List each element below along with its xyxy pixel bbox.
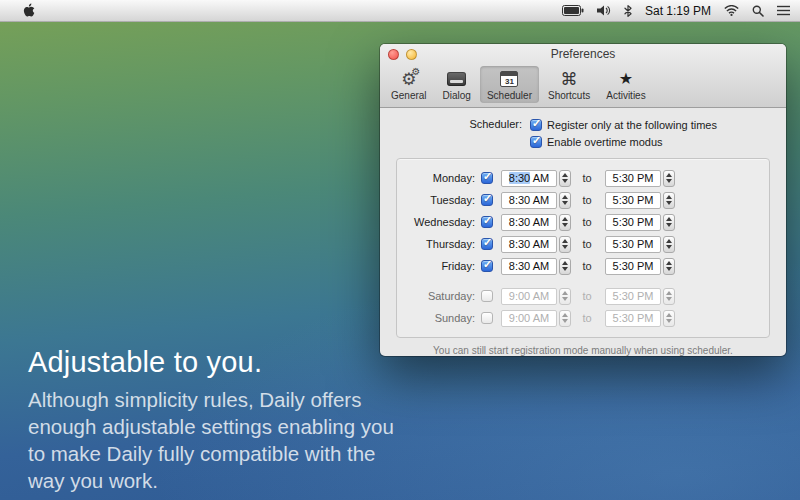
option-row-register-times: Register only at the following times — [530, 116, 717, 133]
register-times-checkbox[interactable] — [530, 119, 542, 131]
hero-text: Adjustable to you. Although simplicity r… — [28, 346, 394, 494]
to-label: to — [579, 238, 595, 250]
start-time-field[interactable]: 8:30 AM — [501, 192, 557, 209]
minimize-button[interactable] — [406, 49, 417, 60]
menu-bar-clock[interactable]: Sat 1:19 PM — [645, 4, 711, 18]
day-checkbox[interactable] — [481, 260, 493, 272]
traffic-lights — [388, 49, 417, 60]
calendar-icon: 31 — [500, 69, 518, 89]
selected-text: 8:30 — [509, 172, 530, 184]
start-time-field[interactable]: 9:00 AM — [501, 310, 557, 327]
time-stepper[interactable] — [663, 310, 675, 327]
time-suffix: AM — [530, 172, 549, 184]
day-label: Friday: — [407, 260, 481, 272]
day-label: Thursday: — [407, 238, 481, 250]
tab-scheduler[interactable]: 31 Scheduler — [480, 66, 539, 103]
to-label: to — [579, 194, 595, 206]
notification-center-icon[interactable] — [777, 5, 790, 16]
end-time-field[interactable]: 5:30 PM — [605, 258, 661, 275]
schedule-group-box: Monday: 8:30 AM to 5:30 PM Tuesday: 8:30… — [396, 158, 770, 338]
scheduler-label: Scheduler: — [396, 116, 530, 150]
day-checkbox[interactable] — [481, 290, 493, 302]
tab-dialog[interactable]: Dialog — [436, 66, 478, 103]
menu-bar: Sat 1:19 PM — [0, 0, 800, 22]
tab-label: Shortcuts — [548, 90, 590, 101]
window-chrome: Preferences ⚙⚙ General Dialog 31 Schedul… — [380, 44, 786, 108]
tab-shortcuts[interactable]: ⌘ Shortcuts — [541, 66, 597, 103]
day-label: Wednesday: — [407, 216, 481, 228]
scheduler-pane: Scheduler: Register only at the followin… — [380, 108, 786, 356]
volume-icon[interactable] — [597, 5, 611, 16]
time-stepper[interactable] — [559, 288, 571, 305]
start-time-field[interactable]: 8:30 AM — [501, 236, 557, 253]
day-checkbox[interactable] — [481, 238, 493, 250]
to-label: to — [579, 312, 595, 324]
footer-note: You can still start registration mode ma… — [396, 345, 770, 356]
hero-body: Although simplicity rules, Daily offers … — [28, 386, 394, 494]
gears-icon: ⚙⚙ — [401, 69, 416, 89]
day-row-thursday: Thursday: 8:30 AM to 5:30 PM — [407, 233, 759, 255]
time-stepper[interactable] — [663, 288, 675, 305]
tab-label: Dialog — [443, 90, 471, 101]
day-row-tuesday: Tuesday: 8:30 AM to 5:30 PM — [407, 189, 759, 211]
day-checkbox[interactable] — [481, 312, 493, 324]
day-checkbox[interactable] — [481, 216, 493, 228]
start-time-field[interactable]: 8:30 AM — [501, 258, 557, 275]
day-label: Tuesday: — [407, 194, 481, 206]
start-time-field[interactable]: 8:30 AM — [501, 214, 557, 231]
time-stepper[interactable] — [559, 258, 571, 275]
dialog-icon — [447, 69, 466, 89]
checkbox-label: Enable overtime modus — [547, 136, 663, 148]
wifi-icon[interactable] — [724, 5, 739, 16]
day-row-wednesday: Wednesday: 8:30 AM to 5:30 PM — [407, 211, 759, 233]
tab-activities[interactable]: ★ Activities — [599, 66, 652, 103]
battery-icon[interactable] — [562, 5, 584, 16]
day-row-friday: Friday: 8:30 AM to 5:30 PM — [407, 255, 759, 277]
day-checkbox[interactable] — [481, 194, 493, 206]
end-time-field[interactable]: 5:30 PM — [605, 192, 661, 209]
day-label: Saturday: — [407, 290, 481, 302]
overtime-checkbox[interactable] — [530, 136, 542, 148]
weekend-separator — [407, 277, 759, 285]
apple-logo-icon — [22, 3, 35, 18]
time-stepper[interactable] — [559, 214, 571, 231]
time-stepper[interactable] — [663, 192, 675, 209]
status-cluster: Sat 1:19 PM — [562, 4, 790, 18]
tab-label: Scheduler — [487, 90, 532, 101]
time-stepper[interactable] — [559, 192, 571, 209]
day-label: Monday: — [407, 172, 481, 184]
end-time-field[interactable]: 5:30 PM — [605, 310, 661, 327]
to-label: to — [579, 290, 595, 302]
end-time-field[interactable]: 5:30 PM — [605, 170, 661, 187]
time-stepper[interactable] — [663, 214, 675, 231]
title-bar[interactable]: Preferences — [380, 44, 786, 64]
tab-label: General — [391, 90, 427, 101]
time-stepper[interactable] — [663, 258, 675, 275]
checkbox-label: Register only at the following times — [547, 119, 717, 131]
time-stepper[interactable] — [559, 170, 571, 187]
apple-menu[interactable] — [22, 3, 35, 18]
to-label: to — [579, 260, 595, 272]
end-time-field[interactable]: 5:30 PM — [605, 236, 661, 253]
time-stepper[interactable] — [663, 170, 675, 187]
start-time-field[interactable]: 9:00 AM — [501, 288, 557, 305]
spotlight-icon[interactable] — [752, 5, 764, 17]
day-checkbox[interactable] — [481, 172, 493, 184]
bluetooth-icon[interactable] — [624, 5, 632, 17]
tab-general[interactable]: ⚙⚙ General — [384, 66, 434, 103]
command-icon: ⌘ — [561, 69, 578, 89]
start-time-field[interactable]: 8:30 AM — [501, 170, 557, 187]
end-time-field[interactable]: 5:30 PM — [605, 214, 661, 231]
end-time-field[interactable]: 5:30 PM — [605, 288, 661, 305]
time-stepper[interactable] — [663, 236, 675, 253]
time-stepper[interactable] — [559, 236, 571, 253]
day-label: Sunday: — [407, 312, 481, 324]
preferences-window: Preferences ⚙⚙ General Dialog 31 Schedul… — [380, 44, 786, 356]
time-stepper[interactable] — [559, 310, 571, 327]
to-label: to — [579, 216, 595, 228]
option-row-overtime: Enable overtime modus — [530, 133, 717, 150]
preferences-toolbar: ⚙⚙ General Dialog 31 Scheduler ⌘ Shortcu… — [380, 64, 786, 107]
hero-title: Adjustable to you. — [28, 346, 394, 379]
close-button[interactable] — [388, 49, 399, 60]
window-title: Preferences — [551, 47, 616, 61]
